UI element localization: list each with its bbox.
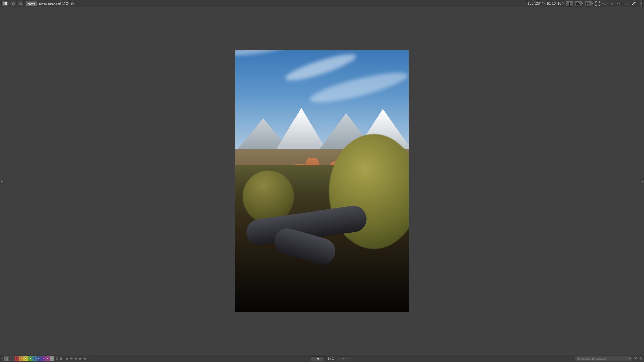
star-5[interactable]: ★ — [83, 356, 87, 361]
filmstrip-toggle[interactable]: ▴ — [1, 357, 3, 360]
left-panel-toggle[interactable]: ▸ — [0, 7, 4, 355]
star-2[interactable]: ★ — [70, 356, 73, 361]
svg-rect-7 — [579, 4, 580, 5]
prev-image-button[interactable]: ◄ — [311, 356, 325, 361]
trash-flag-button[interactable]: 🗑 — [59, 357, 63, 361]
page-counter: 1 / 1 — [327, 357, 334, 360]
main-area: ▸ ◂ — [0, 7, 644, 355]
color-label-1[interactable]: 1 — [15, 356, 19, 361]
right-panel-toggle-edge[interactable]: ◂ — [640, 7, 644, 355]
svg-rect-6 — [578, 3, 579, 5]
star-4[interactable]: ★ — [78, 356, 82, 361]
svg-rect-4 — [576, 3, 577, 5]
bottom-toolbar: ▴ 0123456789 ⊘ 🗑 ★ ★ ★ ★ ★ ◄ 1 / 1 ► No … — [0, 355, 644, 362]
crop-dropdown-arrow-icon[interactable]: ▾ — [592, 2, 593, 5]
cursor-info: 1657,2844 ( 10, 10, 10 ) — [528, 2, 564, 5]
zoom-fit-button[interactable] — [595, 1, 601, 7]
svg-rect-5 — [577, 2, 578, 5]
delete-button[interactable]: 🗑 — [639, 357, 643, 361]
zoom-200[interactable]: ×2,0 — [616, 2, 622, 5]
top-right-tools: ▾ ▾ ×0,5 ×1,0 ×2,0 ×4,0 ◂ — [566, 0, 643, 7]
filmstrip-icon[interactable] — [4, 356, 9, 361]
cancel-queue-button[interactable]: ✖ — [634, 356, 637, 361]
zoom-100[interactable]: ×1,0 — [609, 2, 615, 5]
next-image-button[interactable]: ► — [337, 356, 351, 361]
histogram-dropdown-arrow-icon[interactable]: ▾ — [582, 2, 583, 5]
raw-badge[interactable]: RAW — [26, 1, 37, 6]
unflag-button[interactable]: ⊘ — [55, 356, 58, 361]
color-label-3[interactable]: 3 — [23, 356, 28, 361]
undo-button[interactable] — [10, 1, 17, 6]
crop-guide-button[interactable] — [585, 1, 592, 7]
star-rating: ★ ★ ★ ★ ★ — [65, 356, 87, 361]
star-3[interactable]: ★ — [74, 356, 78, 361]
color-label-7[interactable]: 7 — [41, 356, 45, 361]
info-panel-button[interactable] — [566, 1, 573, 7]
color-label-0[interactable]: 0 — [10, 356, 15, 361]
workspace-layout-button[interactable] — [1, 1, 8, 6]
layout-dropdown-arrow-icon[interactable]: ▾ — [8, 2, 10, 5]
redo-button[interactable] — [17, 1, 24, 6]
queue-select-label: No queued processes — [577, 357, 606, 360]
file-title: pikes-peak.nef @ 24 % — [39, 2, 74, 5]
svg-rect-3 — [569, 3, 570, 6]
process-queue-select[interactable]: No queued processes ▾ — [575, 356, 632, 361]
color-label-swatches: 0123456789 — [10, 356, 54, 361]
color-label-9[interactable]: 9 — [50, 356, 54, 361]
color-label-5[interactable]: 5 — [32, 356, 37, 361]
bottom-right-tools: No queued processes ▾ ✖ 🗑 — [575, 356, 643, 361]
bottom-nav: ◄ 1 / 1 ► — [88, 356, 574, 361]
top-toolbar: ▾ RAW pikes-peak.nef @ 24 % 1657,2844 ( … — [0, 0, 644, 7]
svg-rect-1 — [3, 2, 5, 5]
star-1[interactable]: ★ — [65, 356, 69, 361]
svg-rect-2 — [569, 2, 570, 3]
app-root: ▾ RAW pikes-peak.nef @ 24 % 1657,2844 ( … — [0, 0, 644, 362]
color-label-2[interactable]: 2 — [19, 356, 23, 361]
image-viewport[interactable] — [4, 7, 640, 355]
zoom-400[interactable]: ×4,0 — [624, 2, 629, 5]
color-picker-button[interactable] — [631, 1, 637, 7]
color-label-8[interactable]: 8 — [45, 356, 50, 361]
color-label-6[interactable]: 6 — [37, 356, 41, 361]
image-preview — [235, 50, 409, 312]
bottom-left-tools: ▴ 0123456789 ⊘ 🗑 ★ ★ ★ ★ ★ — [1, 356, 87, 361]
zoom-50[interactable]: ×0,5 — [602, 2, 607, 5]
queue-dropdown-arrow-icon: ▾ — [629, 357, 630, 360]
color-label-4[interactable]: 4 — [28, 356, 32, 361]
zoom-scale-buttons: ×0,5 ×1,0 ×2,0 ×4,0 — [602, 2, 629, 5]
histogram-button[interactable] — [575, 1, 582, 7]
right-panel-toggle[interactable]: ◂ — [640, 0, 643, 7]
